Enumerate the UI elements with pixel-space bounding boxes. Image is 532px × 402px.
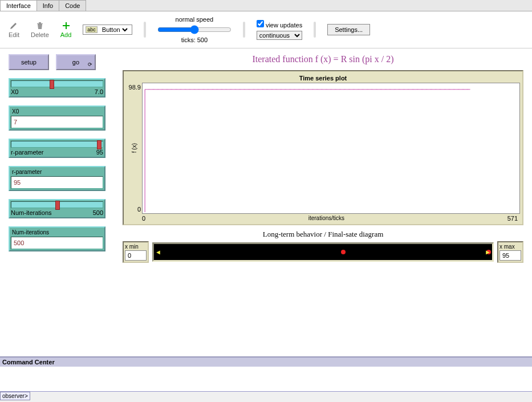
speed-slider[interactable]: [157, 25, 232, 34]
element-type-dropdown[interactable]: Button: [100, 26, 129, 34]
element-type-selector[interactable]: abc Button: [83, 25, 132, 35]
view-updates-checkbox-label[interactable]: view updates: [257, 20, 302, 29]
separator: [144, 22, 146, 38]
x0-input[interactable]: X0 7: [9, 105, 105, 131]
state-dot: [341, 250, 346, 254]
r-input[interactable]: r-parameter 95: [9, 166, 105, 191]
command-center-header: Command Center: [0, 356, 532, 367]
speed-label: normal speed: [176, 16, 214, 23]
loop-icon: ⟳: [88, 62, 92, 67]
plot-yaxis: 98.9 f (x) 0: [126, 83, 142, 214]
xmax-box: x max 95: [497, 241, 523, 263]
view-updates: view updates continuous: [257, 20, 302, 40]
command-prompt[interactable]: observer>: [0, 392, 30, 400]
plus-icon: [62, 21, 71, 30]
tab-code[interactable]: Code: [59, 0, 86, 11]
setup-button[interactable]: setup: [9, 54, 49, 70]
xmin-box: x min 0: [123, 241, 149, 263]
slider-thumb[interactable]: [55, 201, 60, 210]
time-series-plot: Time series plot 98.9 f (x) 0 0 iteratio…: [123, 70, 523, 225]
diagram-view: ◄ ►: [152, 242, 494, 262]
slider-thumb[interactable]: [97, 140, 101, 149]
diagram-title: Long-term behavior / Final-sate diagram: [123, 230, 523, 239]
plot-canvas: [142, 83, 520, 214]
right-area: Iterated function f (x) = R sin (pi x / …: [123, 54, 523, 263]
edit-button[interactable]: Edit: [9, 21, 19, 38]
num-iterations-input[interactable]: Num-iterations 500: [9, 226, 105, 251]
plot-header: Time series plot: [126, 74, 520, 83]
plot-xaxis: 0 iterations/ticks 571: [126, 214, 520, 222]
speed-section: normal speed ticks: 500: [157, 16, 232, 43]
r-slider[interactable]: r-parameter95: [9, 139, 105, 158]
separator: [314, 22, 316, 38]
settings-button[interactable]: Settings...: [327, 24, 370, 35]
slider-thumb[interactable]: [50, 80, 54, 89]
ticks-label: ticks: 500: [181, 36, 208, 43]
view-updates-checkbox[interactable]: [257, 20, 264, 27]
separator: [243, 22, 245, 38]
tab-interface[interactable]: Interface: [0, 0, 37, 11]
workspace: setup go⟳ X07.0 X0 7 r-parameter95 r-par…: [0, 48, 532, 356]
abc-tag-icon: abc: [86, 26, 98, 33]
delete-button[interactable]: Delete: [31, 21, 49, 38]
command-center-output: [0, 367, 532, 392]
go-button[interactable]: go⟳: [56, 54, 96, 70]
function-title: Iterated function f (x) = R sin (pi x / …: [123, 54, 523, 64]
add-button[interactable]: Add: [60, 21, 72, 38]
x0-slider[interactable]: X07.0: [9, 78, 105, 98]
trash-icon: [35, 21, 44, 30]
edit-label: Edit: [9, 31, 19, 38]
view-updates-mode[interactable]: continuous: [257, 31, 302, 40]
left-controls: setup go⟳ X07.0 X0 7 r-parameter95 r-par…: [9, 54, 111, 263]
arrow-left-icon: ◄: [155, 249, 161, 255]
num-iterations-slider[interactable]: Num-iterations500: [9, 199, 105, 218]
delete-label: Delete: [31, 31, 49, 38]
toolbar: Edit Delete Add abc Button normal speed …: [0, 11, 532, 48]
final-state-diagram: x min 0 ◄ ► x max 95: [123, 241, 523, 263]
add-label: Add: [60, 31, 72, 38]
tab-info[interactable]: Info: [36, 0, 59, 11]
arrow-right-icon: ►: [485, 249, 491, 255]
pencil-icon: [9, 21, 18, 30]
tabs: Interface Info Code: [0, 0, 532, 11]
